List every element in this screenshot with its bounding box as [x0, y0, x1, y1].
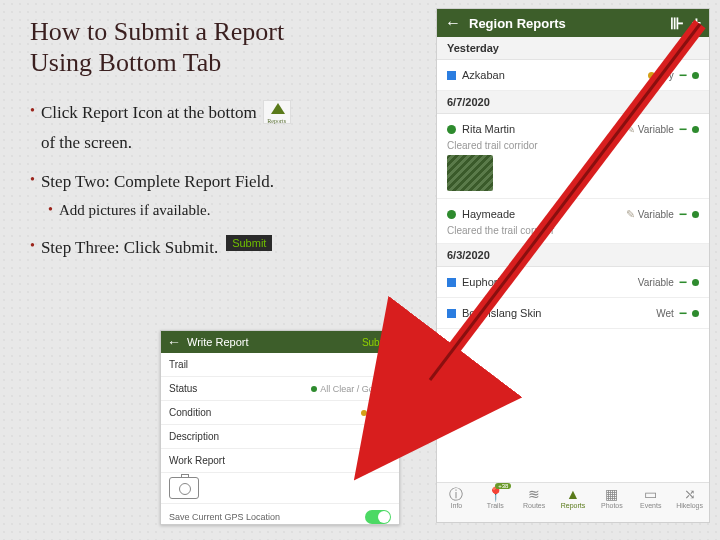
- tab-reports[interactable]: ▲Reports: [554, 483, 593, 522]
- report-item-euphoria[interactable]: Euphoria Variable−: [437, 267, 709, 298]
- step-two-sub: Add pictures if available.: [59, 199, 211, 222]
- report-item-haymeade[interactable]: Haymeade ✎Variable− Cleared the trail co…: [437, 199, 709, 244]
- region-title: Region Reports: [469, 16, 662, 31]
- status-dot-icon: [692, 126, 699, 133]
- route-icon: ≋: [515, 486, 554, 502]
- title-line2: Using Bottom Tab: [30, 48, 221, 77]
- status-dot-icon: [648, 72, 655, 79]
- status-dot-icon: [692, 72, 699, 79]
- status-dot-icon: [361, 410, 367, 416]
- tab-trails[interactable]: +38📍Trails: [476, 483, 515, 522]
- chevron-right-icon: ›: [388, 407, 391, 418]
- bullet-icon: •: [30, 100, 35, 122]
- write-report-header: ← Write Report Submit: [161, 331, 399, 353]
- field-description[interactable]: Description ›: [161, 425, 399, 449]
- status-dot-icon: [311, 386, 317, 392]
- badge: +38: [495, 483, 511, 489]
- tab-hikelogs[interactable]: ⤭Hikelogs: [670, 483, 709, 522]
- tab-info[interactable]: ⓘInfo: [437, 483, 476, 522]
- section-yesterday: Yesterday: [437, 37, 709, 60]
- submit-button[interactable]: Submit: [362, 337, 393, 348]
- chevron-right-icon: ›: [388, 383, 391, 394]
- trail-marker-icon: [447, 125, 456, 134]
- step-one: • Click Report Icon at the bottom Report…: [30, 100, 420, 155]
- settings-sliders-icon[interactable]: ⊪: [670, 14, 684, 33]
- info-icon: ⓘ: [437, 486, 476, 502]
- chevron-right-icon: ›: [388, 455, 391, 466]
- camera-icon[interactable]: [169, 477, 199, 499]
- reports-icon: ▲: [554, 486, 593, 502]
- field-trail[interactable]: Trail ›: [161, 353, 399, 377]
- back-arrow-icon[interactable]: ←: [167, 334, 181, 350]
- status-dot-icon: [692, 279, 699, 286]
- report-item-rita[interactable]: Rita Martin ✎Variable− Cleared trail cor…: [437, 114, 709, 199]
- tab-events[interactable]: ▭Events: [631, 483, 670, 522]
- reports-icon: Reports: [263, 100, 291, 124]
- trail-marker-icon: [447, 309, 456, 318]
- trail-marker-icon: [447, 210, 456, 219]
- region-reports-screenshot: ← Region Reports ⊪ + Yesterday Azkaban D…: [436, 8, 710, 523]
- field-condition[interactable]: Condition Dry›: [161, 401, 399, 425]
- region-header: ← Region Reports ⊪ +: [437, 9, 709, 37]
- title-line1: How to Submit a Report: [30, 17, 284, 46]
- report-note: Cleared trail corridor: [447, 140, 699, 151]
- slide-title: How to Submit a Report Using Bottom Tab: [30, 16, 420, 78]
- brush-icon: ✎: [626, 123, 635, 136]
- brush-icon: ✎: [626, 208, 635, 221]
- bottom-tab-bar: ⓘInfo +38📍Trails ≋Routes ▲Reports ▦Photo…: [437, 482, 709, 522]
- bullet-icon: •: [48, 199, 53, 221]
- field-work-report[interactable]: Work Report No›: [161, 449, 399, 473]
- gps-toggle-row: Save Current GPS Location: [161, 504, 399, 530]
- minus-icon: −: [679, 274, 687, 290]
- minus-icon: −: [679, 121, 687, 137]
- status-dot-icon: [692, 211, 699, 218]
- submit-chip: Submit: [226, 235, 272, 251]
- section-date2: 6/3/2020: [437, 244, 709, 267]
- trail-marker-icon: [447, 278, 456, 287]
- calendar-icon: ▭: [631, 486, 670, 502]
- section-date1: 6/7/2020: [437, 91, 709, 114]
- tab-photos[interactable]: ▦Photos: [592, 483, 631, 522]
- minus-icon: −: [679, 206, 687, 222]
- report-photo-thumb[interactable]: [447, 155, 493, 191]
- chevron-right-icon: ›: [388, 359, 391, 370]
- report-item-azkaban[interactable]: Azkaban Dry−: [437, 60, 709, 91]
- minus-icon: −: [679, 67, 687, 83]
- step-two-text: Step Two: Complete Report Field.: [41, 169, 274, 195]
- report-item-boomslang[interactable]: Boomslang Skin Wet−: [437, 298, 709, 329]
- step-three-text: Step Three: Click Submit.: [41, 235, 218, 261]
- back-arrow-icon[interactable]: ←: [445, 14, 461, 32]
- gps-toggle[interactable]: [365, 510, 391, 524]
- step-one-text-b: of the screen.: [41, 130, 132, 156]
- bullet-icon: •: [30, 235, 35, 257]
- step-one-text-a: Click Report Icon at the bottom: [41, 100, 257, 126]
- step-two: • Step Two: Complete Report Field. • Add…: [30, 169, 420, 221]
- status-dot-icon: [692, 310, 699, 317]
- field-status[interactable]: Status All Clear / Good›: [161, 377, 399, 401]
- write-report-screenshot: ← Write Report Submit Trail › Status All…: [160, 330, 400, 525]
- shuffle-icon: ⤭: [670, 486, 709, 502]
- bullet-icon: •: [30, 169, 35, 191]
- photo-icon: ▦: [592, 486, 631, 502]
- tab-routes[interactable]: ≋Routes: [515, 483, 554, 522]
- step-three: • Step Three: Click Submit. Submit: [30, 235, 420, 261]
- chevron-right-icon: ›: [388, 431, 391, 442]
- trail-marker-icon: [447, 71, 456, 80]
- add-icon[interactable]: +: [692, 14, 701, 32]
- minus-icon: −: [679, 305, 687, 321]
- report-note: Cleared the trail corridor: [447, 225, 699, 236]
- write-report-title: Write Report: [187, 336, 362, 348]
